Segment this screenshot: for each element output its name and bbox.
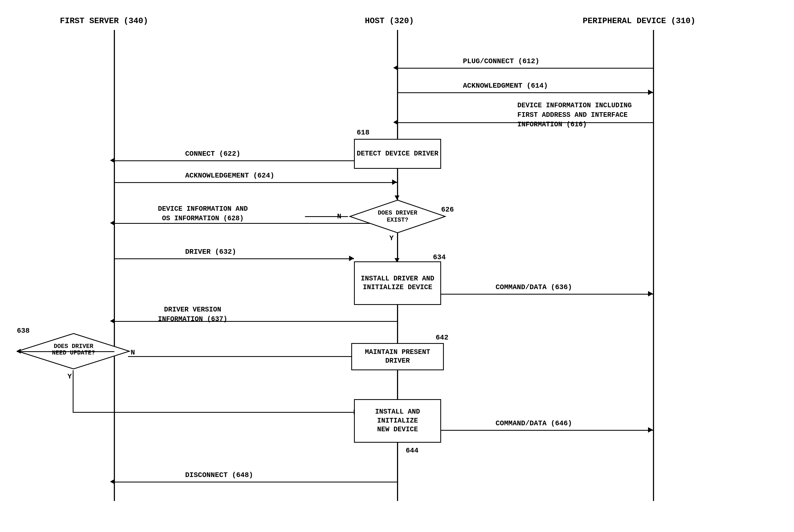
first-server-label: FIRST SERVER (340) bbox=[60, 16, 148, 25]
first-server-vline bbox=[114, 30, 115, 501]
arrowhead-648 bbox=[110, 479, 115, 484]
label-628: DEVICE INFORMATION AND OS INFORMATION (6… bbox=[158, 204, 248, 223]
label-637: DRIVER VERSION INFORMATION (637) bbox=[158, 305, 227, 324]
svg-text:EXIST?: EXIST? bbox=[387, 217, 408, 224]
label-622: CONNECT (622) bbox=[185, 150, 241, 158]
vconn-1 bbox=[397, 305, 398, 321]
label-614: ACKNOWLEDGMENT (614) bbox=[463, 82, 548, 90]
peripheral-vline bbox=[653, 30, 654, 501]
arrow-626-634 bbox=[397, 234, 398, 259]
arrow-618-626 bbox=[397, 169, 398, 196]
arrowhead-614 bbox=[648, 90, 653, 95]
y-label-638: Y bbox=[68, 373, 72, 381]
num-642: 642 bbox=[436, 334, 449, 342]
vconn-fs-638 bbox=[114, 322, 115, 346]
arrow-636 bbox=[441, 294, 653, 294]
svg-marker-0 bbox=[350, 200, 445, 233]
num-634: 634 bbox=[433, 253, 446, 261]
arrow-637 bbox=[115, 321, 397, 322]
box-634: INSTALL DRIVER ANDINITIALIZE DEVICE bbox=[354, 261, 441, 305]
svg-text:NEED UPDATE?: NEED UPDATE? bbox=[52, 349, 95, 356]
arrow-612 bbox=[398, 68, 653, 69]
host-label: HOST (320) bbox=[365, 16, 414, 25]
num-638: 638 bbox=[17, 327, 30, 335]
label-632: DRIVER (632) bbox=[185, 248, 236, 256]
arrowhead-646 bbox=[648, 427, 653, 433]
label-648: DISCONNECT (648) bbox=[185, 471, 253, 479]
label-612: PLUG/CONNECT (612) bbox=[463, 57, 540, 65]
diamond-626: DOES DRIVER EXIST? bbox=[348, 199, 447, 234]
arrowhead-fs-638 bbox=[16, 349, 21, 354]
vconn-644-648 bbox=[397, 443, 398, 482]
arrowhead-622 bbox=[110, 158, 115, 163]
diagram: FIRST SERVER (340) HOST (320) PERIPHERAL… bbox=[0, 0, 794, 532]
arrowhead-612 bbox=[393, 65, 398, 71]
arrowhead-624 bbox=[392, 179, 397, 185]
arrowhead-628 bbox=[110, 220, 115, 226]
hconn-fs-638 bbox=[17, 351, 114, 352]
box-642: MAINTAIN PRESENT DRIVER bbox=[351, 343, 444, 370]
arrowhead-616 bbox=[393, 119, 398, 125]
y-label-626: Y bbox=[390, 234, 394, 242]
label-646: COMMAND/DATA (646) bbox=[495, 419, 572, 428]
arrow-638-642-n bbox=[128, 356, 351, 357]
box-618: DETECT DEVICE DRIVER bbox=[354, 139, 441, 169]
arrow-626-n bbox=[305, 216, 348, 217]
peripheral-label: PERIPHERAL DEVICE (310) bbox=[583, 16, 696, 25]
arrowhead-632 bbox=[349, 256, 354, 261]
arrow-638-y-down bbox=[73, 370, 74, 413]
arrowhead-636 bbox=[648, 291, 653, 297]
label-624: ACKNOWLEDGEMENT (624) bbox=[185, 172, 275, 180]
arrow-646 bbox=[441, 430, 653, 431]
label-636: COMMAND/DATA (636) bbox=[495, 283, 572, 291]
arrow-648 bbox=[115, 482, 397, 482]
arrow-624 bbox=[115, 182, 397, 183]
svg-text:DOES DRIVER: DOES DRIVER bbox=[54, 343, 93, 350]
num-626: 626 bbox=[441, 206, 454, 214]
arrow-638-644-h bbox=[73, 412, 359, 413]
box-644: INSTALL AND INITIALIZENEW DEVICE bbox=[354, 399, 441, 443]
label-616: DEVICE INFORMATION INCLUDING FIRST ADDRE… bbox=[517, 101, 632, 129]
arrow-632 bbox=[115, 259, 354, 259]
num-644: 644 bbox=[406, 446, 418, 455]
num-618: 618 bbox=[357, 129, 370, 137]
svg-text:DOES DRIVER: DOES DRIVER bbox=[378, 210, 417, 216]
n-label-638: N bbox=[131, 348, 135, 357]
arrow-614 bbox=[398, 92, 653, 93]
